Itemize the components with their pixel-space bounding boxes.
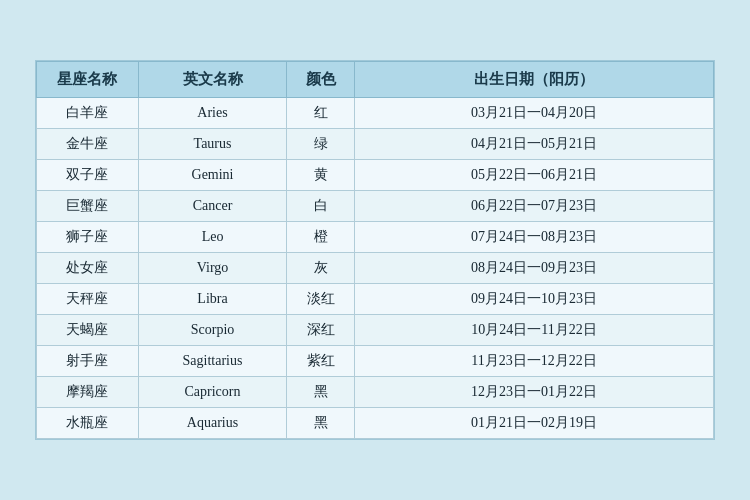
table-row: 射手座Sagittarius紫红11月23日一12月22日 [37,346,714,377]
cell-date: 04月21日一05月21日 [355,129,714,160]
cell-chinese: 巨蟹座 [37,191,139,222]
table-row: 天秤座Libra淡红09月24日一10月23日 [37,284,714,315]
table-row: 巨蟹座Cancer白06月22日一07月23日 [37,191,714,222]
cell-color: 橙 [287,222,355,253]
cell-chinese: 处女座 [37,253,139,284]
cell-english: Aquarius [138,408,287,439]
cell-english: Capricorn [138,377,287,408]
cell-color: 红 [287,98,355,129]
cell-english: Taurus [138,129,287,160]
table-row: 处女座Virgo灰08月24日一09月23日 [37,253,714,284]
cell-date: 06月22日一07月23日 [355,191,714,222]
cell-color: 紫红 [287,346,355,377]
cell-date: 11月23日一12月22日 [355,346,714,377]
cell-date: 03月21日一04月20日 [355,98,714,129]
cell-color: 淡红 [287,284,355,315]
header-date: 出生日期（阳历） [355,62,714,98]
cell-chinese: 摩羯座 [37,377,139,408]
table-header-row: 星座名称 英文名称 颜色 出生日期（阳历） [37,62,714,98]
table-row: 双子座Gemini黄05月22日一06月21日 [37,160,714,191]
cell-chinese: 狮子座 [37,222,139,253]
cell-english: Cancer [138,191,287,222]
cell-chinese: 天秤座 [37,284,139,315]
table-row: 水瓶座Aquarius黑01月21日一02月19日 [37,408,714,439]
cell-color: 绿 [287,129,355,160]
header-chinese: 星座名称 [37,62,139,98]
cell-date: 07月24日一08月23日 [355,222,714,253]
table-row: 天蝎座Scorpio深红10月24日一11月22日 [37,315,714,346]
header-color: 颜色 [287,62,355,98]
table-row: 白羊座Aries红03月21日一04月20日 [37,98,714,129]
cell-color: 黄 [287,160,355,191]
table-row: 摩羯座Capricorn黑12月23日一01月22日 [37,377,714,408]
cell-date: 05月22日一06月21日 [355,160,714,191]
cell-english: Gemini [138,160,287,191]
cell-color: 深红 [287,315,355,346]
header-english: 英文名称 [138,62,287,98]
cell-color: 黑 [287,377,355,408]
cell-english: Virgo [138,253,287,284]
cell-date: 08月24日一09月23日 [355,253,714,284]
cell-date: 01月21日一02月19日 [355,408,714,439]
cell-english: Aries [138,98,287,129]
zodiac-table-container: 星座名称 英文名称 颜色 出生日期（阳历） 白羊座Aries红03月21日一04… [35,60,715,440]
cell-chinese: 水瓶座 [37,408,139,439]
cell-date: 10月24日一11月22日 [355,315,714,346]
cell-chinese: 射手座 [37,346,139,377]
cell-chinese: 金牛座 [37,129,139,160]
cell-english: Leo [138,222,287,253]
cell-color: 黑 [287,408,355,439]
table-row: 狮子座Leo橙07月24日一08月23日 [37,222,714,253]
cell-english: Libra [138,284,287,315]
cell-color: 白 [287,191,355,222]
cell-chinese: 天蝎座 [37,315,139,346]
cell-chinese: 白羊座 [37,98,139,129]
cell-date: 09月24日一10月23日 [355,284,714,315]
zodiac-table: 星座名称 英文名称 颜色 出生日期（阳历） 白羊座Aries红03月21日一04… [36,61,714,439]
cell-english: Scorpio [138,315,287,346]
cell-chinese: 双子座 [37,160,139,191]
cell-date: 12月23日一01月22日 [355,377,714,408]
cell-english: Sagittarius [138,346,287,377]
cell-color: 灰 [287,253,355,284]
table-row: 金牛座Taurus绿04月21日一05月21日 [37,129,714,160]
